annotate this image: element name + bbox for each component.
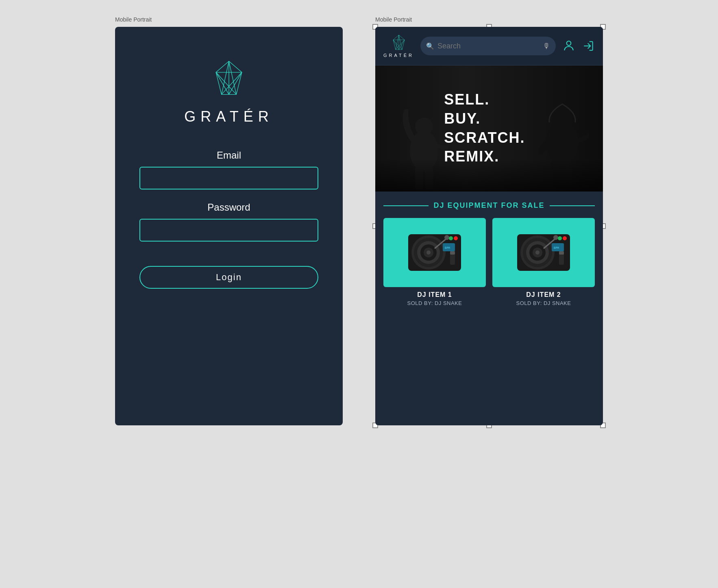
product-1-name: DJ ITEM 1	[417, 291, 452, 298]
header-icons	[562, 39, 595, 52]
search-bar[interactable]: 🔍 🎙	[420, 37, 556, 55]
product-card-1[interactable]: BPM DJ ITEM 1 SOLD BY: DJ SNAKE	[383, 218, 486, 306]
section-line-right	[550, 205, 595, 206]
search-icon: 🔍	[426, 42, 434, 50]
svg-rect-37	[450, 251, 455, 255]
svg-point-39	[454, 236, 458, 240]
grater-logo-icon	[209, 59, 249, 100]
email-form-group: Email	[139, 150, 318, 189]
svg-line-14	[396, 35, 399, 50]
home-screen: GRATÉR 🔍 🎙	[375, 27, 603, 318]
home-header: GRATÉR 🔍 🎙	[375, 27, 603, 65]
product-image-1: BPM	[383, 218, 486, 287]
svg-point-54	[563, 236, 567, 240]
login-frame-container: Mobile Portrait	[115, 16, 343, 425]
login-frame-label: Mobile Portrait	[115, 16, 152, 23]
svg-point-53	[558, 236, 562, 240]
login-logo-container: GRATÉR	[184, 59, 273, 125]
section-header: DJ EQUIPMENT FOR SALE	[375, 192, 603, 214]
hero-line-4: REMIX.	[444, 148, 525, 167]
user-icon	[562, 39, 575, 52]
svg-line-15	[399, 35, 402, 50]
svg-point-18	[567, 41, 571, 46]
product-1-seller: SOLD BY: DJ SNAKE	[407, 300, 462, 306]
svg-point-50	[553, 235, 558, 240]
login-brand-name: GRATÉR	[184, 108, 273, 125]
password-input[interactable]	[139, 219, 318, 242]
hero-banner: SELL. BUY. SCRATCH. REMIX.	[375, 65, 603, 192]
header-logo: GRATÉR	[383, 34, 414, 58]
header-brand-name: GRATÉR	[383, 53, 414, 58]
microphone-icon[interactable]: 🎙	[543, 42, 550, 50]
products-grid: BPM DJ ITEM 1 SOLD BY: DJ SNAKE	[375, 214, 603, 318]
svg-rect-52	[559, 251, 564, 255]
product-image-2: BPM	[492, 218, 595, 287]
email-input[interactable]	[139, 167, 318, 189]
svg-line-6	[229, 61, 236, 95]
svg-text:BPM: BPM	[445, 246, 450, 250]
section-title: DJ EQUIPMENT FOR SALE	[433, 201, 544, 210]
svg-point-33	[426, 250, 431, 255]
hero-line-2: BUY.	[444, 109, 525, 128]
profile-button[interactable]	[562, 39, 575, 52]
home-frame-wrapper: GRATÉR 🔍 🎙	[375, 27, 603, 425]
hero-text: SELL. BUY. SCRATCH. REMIX.	[444, 90, 525, 166]
product-2-name: DJ ITEM 2	[526, 291, 561, 298]
login-screen: GRATÉR Email Password Login	[115, 27, 343, 313]
svg-point-48	[535, 250, 540, 255]
svg-text:BPM: BPM	[554, 246, 559, 250]
turntable-icon-1: BPM	[406, 226, 463, 279]
section-line-left	[383, 205, 429, 206]
header-logo-icon	[390, 34, 408, 52]
logout-button[interactable]	[582, 39, 595, 52]
home-frame-label: Mobile Portrait	[375, 16, 412, 23]
home-frame-container: Mobile Portrait	[375, 16, 603, 425]
svg-point-21	[415, 118, 433, 135]
turntable-icon-2: BPM	[515, 226, 572, 279]
svg-line-5	[222, 61, 229, 95]
hero-line-3: SCRATCH.	[444, 128, 525, 148]
login-mobile-frame: GRATÉR Email Password Login	[115, 27, 343, 425]
search-input[interactable]	[437, 42, 540, 50]
home-mobile-frame: GRATÉR 🔍 🎙	[375, 27, 603, 425]
login-button[interactable]: Login	[139, 266, 318, 289]
password-form-group: Password	[139, 202, 318, 242]
email-label: Email	[139, 150, 318, 161]
product-2-seller: SOLD BY: DJ SNAKE	[516, 300, 571, 306]
svg-point-38	[449, 236, 453, 240]
password-label: Password	[139, 202, 318, 213]
product-card-2[interactable]: BPM DJ ITEM 2 SOLD BY: DJ SNAKE	[492, 218, 595, 306]
svg-point-35	[444, 235, 449, 240]
hero-line-1: SELL.	[444, 90, 525, 109]
logout-icon	[582, 39, 595, 52]
